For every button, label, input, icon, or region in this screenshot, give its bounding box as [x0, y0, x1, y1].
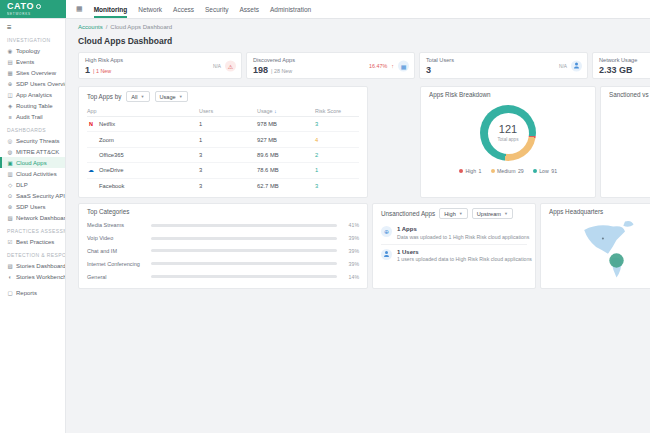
sidebar-item-routing-table[interactable]: Routing Table: [0, 100, 65, 111]
sidebar-item-dlp[interactable]: DLP: [0, 179, 65, 190]
sidebar-item-best-practices[interactable]: Best Practices: [0, 236, 65, 247]
category-pct: 41%: [337, 222, 359, 228]
cato-logo[interactable]: CATO NETWORKS: [0, 0, 66, 18]
routing-table-icon: [7, 103, 13, 109]
sidebar-section-dashboards: DASHBOARDS: [7, 127, 65, 133]
risk-score-link[interactable]: 1: [315, 167, 359, 173]
col-usage[interactable]: Usage ↓: [257, 108, 315, 114]
apps-grid-icon[interactable]: ▦: [76, 5, 83, 13]
sidebar-item-label: Reports: [16, 290, 37, 296]
sidebar-item-audit-trail[interactable]: Audit Trail: [0, 111, 65, 122]
top-categories-title: Top Categories: [87, 208, 359, 215]
users-cell: 1: [199, 137, 257, 143]
kpi-na: N/A: [559, 63, 567, 68]
sidebar-item-stories-workbench[interactable]: Stories Workbench: [0, 271, 65, 282]
tab-network[interactable]: Network: [138, 0, 162, 18]
breadcrumb-accounts-link[interactable]: Accounts: [78, 24, 103, 30]
tab-assets[interactable]: Assets: [239, 0, 259, 18]
category-pct: 39%: [337, 248, 359, 254]
table-row-onedrive[interactable]: ☁OneDrive 3 78.6 MB 1: [87, 163, 359, 178]
table-row-netflix[interactable]: NNetflix 1 978 MB 3: [87, 117, 359, 132]
category-label: General: [87, 274, 151, 280]
kpi-row: High Risk Apps 1 | 1 New N/A ⚠ Discovere…: [78, 52, 650, 79]
table-row-office365[interactable]: OOffice365 3 89.6 MB 2: [87, 148, 359, 163]
sidebar-item-sites-overview[interactable]: Sites Overview: [0, 67, 65, 78]
legend-label: Low: [539, 168, 549, 174]
sidebar-item-stories-dashboard[interactable]: Stories Dashboard: [0, 260, 65, 271]
category-bar-media-streams[interactable]: Media Streams 41%: [87, 219, 359, 232]
tab-access[interactable]: Access: [173, 0, 194, 18]
risk-score-link[interactable]: 2: [315, 152, 359, 158]
tab-security[interactable]: Security: [205, 0, 228, 18]
stories-workbench-icon: [7, 274, 13, 280]
sidebar-item-security-threats[interactable]: Security Threats: [0, 135, 65, 146]
risk-legend: High 1 Medium 29 Low 91: [429, 168, 587, 174]
sidebar-item-topology[interactable]: Topology: [0, 45, 65, 56]
category-label: Media Streams: [87, 222, 151, 228]
sidebar-item-sdp-users[interactable]: SDP Users: [0, 201, 65, 212]
kpi-label: Total Users: [426, 57, 581, 63]
cloud-activities-icon: [7, 171, 13, 177]
tab-administration[interactable]: Administration: [270, 0, 311, 18]
main-content: Accounts / Cloud Apps Dashboard Cloud Ap…: [66, 19, 650, 433]
tab-monitoring[interactable]: Monitoring: [94, 0, 128, 18]
legend-value: 29: [518, 168, 524, 174]
network-dashboard-icon: [7, 215, 13, 221]
sidebar-item-app-analytics[interactable]: App Analytics: [0, 89, 65, 100]
logo-ring-icon: [36, 4, 41, 9]
saas-security-api-icon: [7, 193, 13, 199]
legend-medium[interactable]: Medium 29: [491, 168, 524, 174]
sidebar-item-events[interactable]: Events: [0, 56, 65, 67]
risk-score-link[interactable]: 3: [315, 183, 359, 189]
map-dot[interactable]: [602, 237, 604, 239]
map-marker-cluster[interactable]: [609, 253, 623, 267]
security-threats-icon: [7, 138, 13, 144]
sidebar-item-label: Security Threats: [16, 138, 60, 144]
kpi-label: Network Usage: [599, 57, 650, 63]
netflix-logo-icon: N: [87, 120, 95, 128]
usage-cell: 78.6 MB: [257, 167, 315, 173]
legend-low[interactable]: Low 91: [533, 168, 557, 174]
table-row-facebook[interactable]: fFacebook 3 62.7 MB 3: [87, 179, 359, 194]
category-bar-voip-video[interactable]: Voip Video 39%: [87, 232, 359, 245]
sidebar-item-cloud-apps[interactable]: Cloud Apps: [0, 157, 65, 168]
stories-dashboard-icon: [7, 263, 13, 269]
col-app[interactable]: App: [87, 108, 199, 114]
category-bar-internet-conferencing[interactable]: Internet Conferencing 39%: [87, 257, 359, 270]
risk-score-link[interactable]: 4: [315, 137, 359, 143]
sidebar-section-detection: DETECTION & RESPONSE: [7, 252, 65, 258]
top-apps-scope-dropdown[interactable]: All ▼: [126, 91, 149, 102]
events-icon: [7, 59, 13, 65]
table-row-zoom[interactable]: ZZoom 1 927 MB 4: [87, 132, 359, 147]
category-bar-chat-and-im[interactable]: Chat and IM 39%: [87, 245, 359, 258]
sidebar-item-reports[interactable]: Reports: [0, 287, 65, 298]
list-item-apps[interactable]: ⊕ 1 Apps Data was uploaded to 1 High Ris…: [381, 222, 527, 245]
kpi-sub: | 1 New: [93, 68, 111, 74]
risk-score-link[interactable]: 3: [315, 121, 359, 127]
unsanctioned-risk-dropdown[interactable]: High ▼: [439, 208, 467, 219]
list-item-users[interactable]: 1 Users 1 users uploaded data to High Ri…: [381, 245, 527, 267]
menu-icon[interactable]: ≡: [7, 23, 65, 32]
donut-total-label: Total apps: [498, 137, 519, 142]
arrow-up-icon: ↑: [391, 63, 394, 69]
legend-high[interactable]: High 1: [459, 168, 482, 174]
chevron-down-icon: ▼: [504, 211, 508, 216]
sidebar-item-label: Stories Dashboard: [16, 263, 66, 269]
category-bar-general[interactable]: General 14%: [87, 270, 359, 283]
sidebar-item-cloud-activities[interactable]: Cloud Activities: [0, 168, 65, 179]
top-apps-title: Top Apps by: [87, 93, 121, 100]
sidebar-item-mitre-attack[interactable]: MITRE ATT&CK: [0, 146, 65, 157]
col-users[interactable]: Users: [199, 108, 257, 114]
sidebar-item-network-dashboard[interactable]: Network Dashboard: [0, 212, 65, 223]
sdp-users-overview-icon: [7, 81, 13, 87]
sdp-users-icon: [7, 204, 13, 210]
sidebar-item-saas-security-api[interactable]: SaaS Security API: [0, 190, 65, 201]
col-risk-score[interactable]: Risk Score: [315, 108, 359, 114]
category-label: Voip Video: [87, 235, 151, 241]
risk-donut[interactable]: 121 Total apps: [480, 105, 536, 161]
top-categories-panel: Top Categories Media Streams 41% Voip Vi…: [78, 203, 368, 289]
unsanctioned-direction-dropdown[interactable]: Upstream ▼: [472, 208, 513, 219]
top-apps-metric-dropdown[interactable]: Usage ▼: [155, 91, 188, 102]
sidebar-item-sdp-users-overview[interactable]: SDP Users Overview: [0, 78, 65, 89]
sidebar-item-label: Routing Table: [16, 103, 53, 109]
